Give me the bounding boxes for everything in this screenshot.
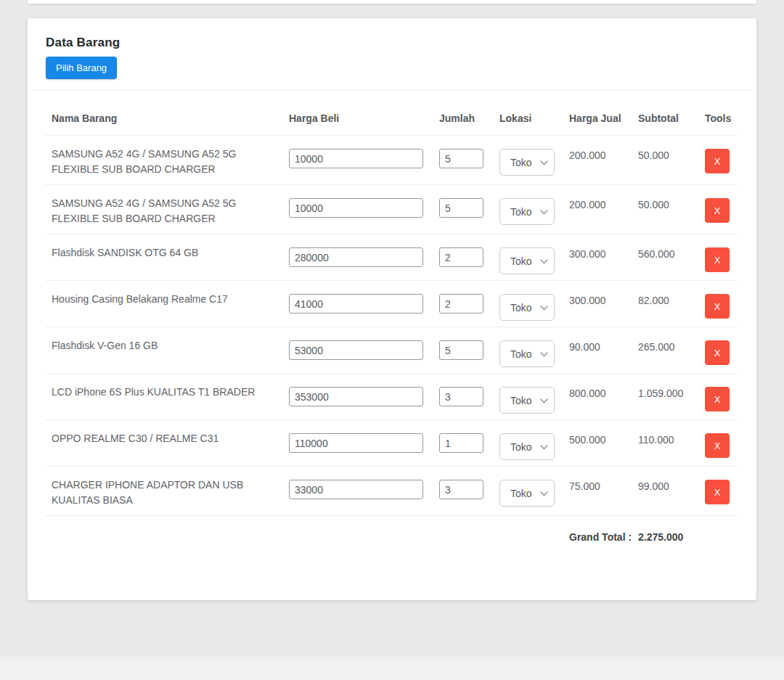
delete-row-button[interactable]: X bbox=[705, 340, 730, 365]
harga-jual-value: 90.000 bbox=[569, 327, 638, 374]
card-header: Data Barang Pilih Barang bbox=[28, 18, 756, 90]
lokasi-select[interactable]: Toko bbox=[499, 387, 555, 414]
jumlah-input[interactable] bbox=[439, 340, 483, 360]
harga-beli-input[interactable] bbox=[289, 247, 423, 267]
lokasi-select[interactable]: Toko bbox=[499, 149, 555, 176]
data-barang-card: Data Barang Pilih Barang Nama Barang Har… bbox=[28, 18, 756, 600]
item-name: LCD iPhone 6S Plus KUALITAS T1 BRADER bbox=[45, 374, 289, 420]
harga-jual-value: 75.000 bbox=[569, 467, 638, 516]
delete-row-button[interactable]: X bbox=[705, 433, 730, 458]
harga-jual-value: 500.000 bbox=[569, 420, 638, 467]
table-row: LCD iPhone 6S Plus KUALITAS T1 BRADER To… bbox=[45, 374, 738, 420]
item-name: SAMSUNG A52 4G / SAMSUNG A52 5G FLEXIBLE… bbox=[45, 136, 289, 185]
grand-total-label: Grand Total : bbox=[569, 516, 638, 552]
jumlah-input[interactable] bbox=[439, 387, 483, 406]
col-header-lokasi: Lokasi bbox=[499, 91, 569, 136]
col-header-tools: Tools bbox=[705, 91, 738, 136]
grand-total-row: Grand Total : 2.275.000 bbox=[45, 516, 738, 552]
col-header-jumlah: Jumlah bbox=[439, 91, 499, 136]
lokasi-select[interactable]: Toko bbox=[499, 340, 555, 367]
harga-jual-value: 200.000 bbox=[569, 136, 638, 185]
harga-jual-value: 300.000 bbox=[569, 281, 638, 327]
lokasi-select[interactable]: Toko bbox=[499, 294, 555, 321]
col-header-harga-jual: Harga Jual bbox=[569, 91, 638, 136]
delete-row-button[interactable]: X bbox=[705, 294, 730, 319]
jumlah-input[interactable] bbox=[439, 480, 483, 499]
delete-row-button[interactable]: X bbox=[705, 387, 730, 411]
harga-jual-value: 200.000 bbox=[569, 185, 638, 234]
col-header-subtotal: Subtotal bbox=[638, 91, 705, 136]
page-title: Data Barang bbox=[46, 36, 739, 50]
lokasi-select-wrap: Toko bbox=[499, 480, 555, 507]
item-name: Housing Casing Belakang Realme C17 bbox=[45, 281, 289, 327]
jumlah-input[interactable] bbox=[439, 294, 483, 314]
items-table-wrap: Nama Barang Harga Beli Jumlah Lokasi Har… bbox=[28, 91, 756, 551]
harga-beli-input[interactable] bbox=[289, 387, 423, 406]
harga-beli-input[interactable] bbox=[289, 294, 423, 314]
subtotal-value: 110.000 bbox=[638, 420, 705, 467]
subtotal-value: 265.000 bbox=[638, 327, 705, 374]
item-name: OPPO REALME C30 / REALME C31 bbox=[45, 420, 289, 467]
delete-row-button[interactable]: X bbox=[705, 149, 730, 173]
grand-total-value: 2.275.000 bbox=[638, 516, 705, 552]
harga-beli-input[interactable] bbox=[289, 149, 423, 168]
lokasi-select-wrap: Toko bbox=[499, 387, 555, 414]
harga-beli-input[interactable] bbox=[289, 340, 423, 360]
table-row: SAMSUNG A52 4G / SAMSUNG A52 5G FLEXIBLE… bbox=[45, 136, 738, 185]
item-name: CHARGER IPHONE ADAPTOR DAN USB KUALITAS … bbox=[45, 467, 289, 516]
lokasi-select-wrap: Toko bbox=[499, 294, 555, 321]
table-row: Flashdisk V-Gen 16 GB Toko 90.000 265.00… bbox=[45, 327, 738, 374]
delete-row-button[interactable]: X bbox=[705, 480, 730, 504]
lokasi-select-wrap: Toko bbox=[499, 340, 555, 367]
lokasi-select-wrap: Toko bbox=[499, 247, 555, 274]
harga-jual-value: 800.000 bbox=[569, 374, 638, 420]
section-divider bbox=[0, 632, 784, 633]
harga-beli-input[interactable] bbox=[289, 198, 423, 218]
harga-beli-input[interactable] bbox=[289, 433, 423, 453]
subtotal-value: 50.000 bbox=[638, 185, 705, 234]
lokasi-select[interactable]: Toko bbox=[499, 198, 555, 225]
lokasi-select[interactable]: Toko bbox=[499, 480, 555, 507]
table-row: Flashdisk SANDISK OTG 64 GB Toko 300.000… bbox=[45, 234, 738, 281]
table-row: Housing Casing Belakang Realme C17 Toko … bbox=[45, 281, 738, 327]
previous-card-edge bbox=[28, 0, 756, 4]
lokasi-select-wrap: Toko bbox=[499, 433, 555, 460]
harga-jual-value: 300.000 bbox=[569, 234, 638, 281]
table-row: CHARGER IPHONE ADAPTOR DAN USB KUALITAS … bbox=[45, 467, 738, 516]
subtotal-value: 1.059.000 bbox=[638, 374, 705, 420]
jumlah-input[interactable] bbox=[439, 247, 483, 267]
jumlah-input[interactable] bbox=[439, 198, 483, 218]
pilih-barang-button[interactable]: Pilih Barang bbox=[46, 57, 117, 79]
item-name: Flashdisk V-Gen 16 GB bbox=[45, 327, 289, 374]
subtotal-value: 560.000 bbox=[638, 234, 705, 281]
lokasi-select-wrap: Toko bbox=[499, 198, 555, 225]
harga-beli-input[interactable] bbox=[289, 480, 423, 499]
col-header-harga-beli: Harga Beli bbox=[289, 91, 439, 136]
lokasi-select-wrap: Toko bbox=[499, 149, 555, 176]
jumlah-input[interactable] bbox=[439, 433, 483, 453]
items-table: Nama Barang Harga Beli Jumlah Lokasi Har… bbox=[45, 91, 738, 551]
lokasi-select[interactable]: Toko bbox=[499, 433, 555, 460]
subtotal-value: 82.000 bbox=[638, 281, 705, 327]
lokasi-select[interactable]: Toko bbox=[499, 247, 555, 274]
table-row: SAMSUNG A52 4G / SAMSUNG A52 5G FLEXIBLE… bbox=[45, 185, 738, 234]
delete-row-button[interactable]: X bbox=[705, 247, 730, 272]
item-name: SAMSUNG A52 4G / SAMSUNG A52 5G FLEXIBLE… bbox=[45, 185, 289, 234]
delete-row-button[interactable]: X bbox=[705, 198, 730, 223]
item-name: Flashdisk SANDISK OTG 64 GB bbox=[45, 234, 289, 281]
jumlah-input[interactable] bbox=[439, 149, 483, 168]
table-header-row: Nama Barang Harga Beli Jumlah Lokasi Har… bbox=[45, 91, 738, 136]
table-row: OPPO REALME C30 / REALME C31 Toko 500.00… bbox=[45, 420, 738, 467]
col-header-nama-barang: Nama Barang bbox=[45, 91, 289, 136]
subtotal-value: 99.000 bbox=[638, 467, 705, 516]
next-card-edge bbox=[0, 657, 784, 680]
subtotal-value: 50.000 bbox=[638, 136, 705, 185]
